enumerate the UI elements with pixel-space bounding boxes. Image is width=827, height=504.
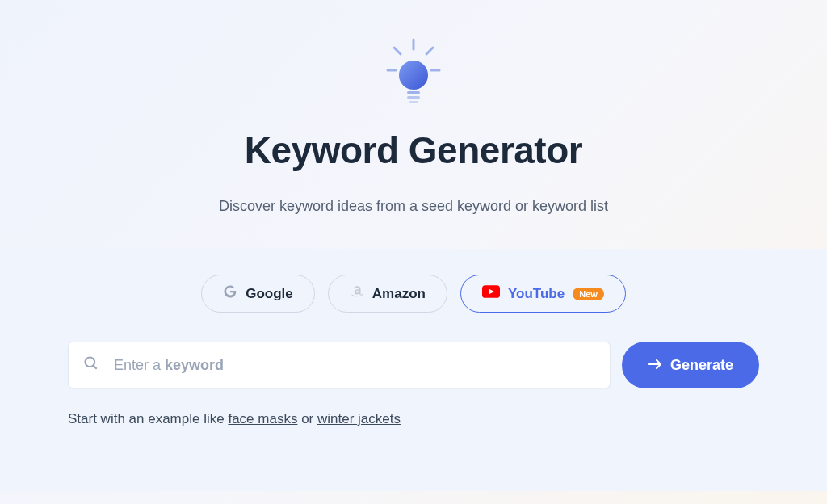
youtube-icon [482, 285, 500, 302]
tab-label: YouTube [508, 286, 565, 302]
example-link-1[interactable]: face masks [228, 411, 297, 426]
search-row: Enter a keyword Generate [0, 342, 827, 388]
svg-rect-2 [407, 96, 420, 99]
search-box[interactable]: Enter a keyword [68, 342, 611, 388]
example-text: Start with an example like face masks or… [0, 411, 827, 427]
hero-section: Keyword Generator Discover keyword ideas… [0, 0, 827, 215]
generate-button[interactable]: Generate [622, 342, 759, 388]
svg-line-5 [394, 48, 401, 54]
svg-rect-1 [407, 91, 420, 94]
amazon-icon [350, 284, 364, 303]
page-subtitle: Discover keyword ideas from a seed keywo… [0, 198, 827, 215]
lightbulb-icon [384, 36, 443, 112]
svg-rect-3 [409, 101, 418, 103]
svg-point-0 [399, 61, 428, 90]
tab-label: Amazon [372, 286, 426, 302]
source-tabs: Google Amazon YouTube New [0, 275, 827, 313]
search-icon [83, 355, 99, 375]
form-section: Google Amazon YouTube New [0, 249, 827, 491]
google-icon [223, 284, 237, 303]
tab-youtube[interactable]: YouTube New [460, 275, 626, 313]
generate-label: Generate [670, 357, 733, 374]
svg-line-11 [94, 366, 97, 369]
new-badge: New [573, 288, 604, 300]
svg-point-10 [86, 358, 95, 368]
arrow-right-icon [648, 357, 662, 374]
tab-google[interactable]: Google [201, 275, 315, 313]
tab-label: Google [246, 286, 293, 302]
example-link-2[interactable]: winter jackets [317, 411, 401, 426]
page-title: Keyword Generator [0, 128, 827, 172]
tab-amazon[interactable]: Amazon [328, 275, 447, 313]
keyword-input[interactable] [114, 357, 595, 374]
svg-line-6 [426, 48, 433, 54]
